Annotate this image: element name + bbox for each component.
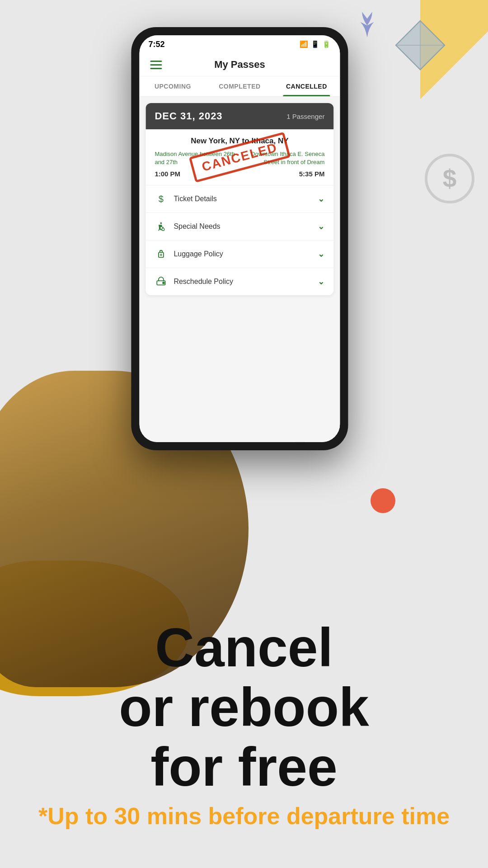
tab-cancelled[interactable]: CANCELLED — [273, 76, 340, 96]
ticket-arrow: ⌄ — [318, 194, 324, 204]
route-times: 1:00 PM 5:35 PM — [155, 170, 324, 178]
phone-home-bar: ☰ ⬜ ◁ ♿ — [139, 436, 340, 442]
ticket-label: Ticket Details — [174, 195, 318, 203]
depart-time: 1:00 PM — [155, 170, 180, 178]
route-info: New York, NY to Ithaca, NY Madison Avenu… — [145, 129, 333, 185]
accordion-ticket[interactable]: $ Ticket Details ⌄ — [145, 185, 333, 213]
diamond-icon — [393, 18, 447, 72]
phone-frame: 7:52 📶 📱 🔋 My Passes UPCOMI — [131, 27, 348, 450]
content-area: DEC 31, 2023 1 Passenger New York, NY to… — [139, 97, 340, 436]
accordion-special-needs[interactable]: Special Needs ⌄ — [145, 213, 333, 241]
dollar-icon: $ — [425, 154, 474, 203]
reschedule-arrow: ⌄ — [318, 277, 324, 287]
back-icon[interactable]: ◁ — [256, 442, 263, 442]
record-dot — [371, 488, 395, 513]
tab-completed[interactable]: COMPLETED — [206, 76, 273, 96]
phone-screen: 7:52 📶 📱 🔋 My Passes UPCOMI — [139, 35, 340, 442]
luggage-arrow: ⌄ — [318, 249, 324, 259]
booking-card: DEC 31, 2023 1 Passenger New York, NY to… — [145, 103, 333, 295]
signal-icon: 📱 — [311, 40, 319, 48]
tabs-container: UPCOMING COMPLETED CANCELLED — [139, 76, 340, 97]
luggage-label: Luggage Policy — [174, 250, 318, 258]
svg-point-2 — [160, 222, 162, 224]
special-needs-label: Special Needs — [174, 222, 318, 231]
flower-icon — [350, 7, 384, 41]
battery-icon: 🔋 — [322, 40, 331, 48]
menu-button[interactable] — [150, 61, 162, 69]
booking-header: DEC 31, 2023 1 Passenger — [145, 103, 333, 129]
home-icon[interactable]: ⬜ — [213, 442, 225, 442]
booking-date: DEC 31, 2023 — [155, 110, 222, 122]
page-title: My Passes — [214, 59, 265, 71]
promo-line1: Cancel or rebook for free — [36, 618, 452, 797]
promo-text: Cancel or rebook for free *Up to 30 mins… — [0, 618, 488, 832]
accordion-reschedule[interactable]: Reschedule Policy ⌄ — [145, 268, 333, 295]
booking-passengers: 1 Passenger — [286, 113, 324, 120]
special-needs-icon — [155, 220, 167, 233]
svg-point-3 — [162, 228, 164, 231]
wifi-icon: 📶 — [300, 40, 308, 48]
tab-upcoming[interactable]: UPCOMING — [139, 76, 206, 96]
reschedule-icon — [155, 275, 167, 288]
svg-point-8 — [163, 282, 164, 284]
ticket-icon: $ — [155, 193, 167, 205]
app-header: My Passes — [139, 53, 340, 76]
reschedule-label: Reschedule Policy — [174, 278, 318, 286]
luggage-icon — [155, 248, 167, 260]
status-time: 7:52 — [148, 40, 164, 49]
status-icons: 📶 📱 🔋 — [300, 40, 331, 48]
special-needs-arrow: ⌄ — [318, 222, 324, 231]
accessibility-icon[interactable]: ♿ — [295, 442, 306, 442]
arrive-time: 5:35 PM — [299, 170, 325, 178]
accordion-luggage[interactable]: Luggage Policy ⌄ — [145, 241, 333, 268]
promo-subtext: *Up to 30 mins before departure time — [36, 801, 452, 832]
status-bar: 7:52 📶 📱 🔋 — [139, 35, 340, 53]
menu-home-icon[interactable]: ☰ — [174, 442, 182, 442]
